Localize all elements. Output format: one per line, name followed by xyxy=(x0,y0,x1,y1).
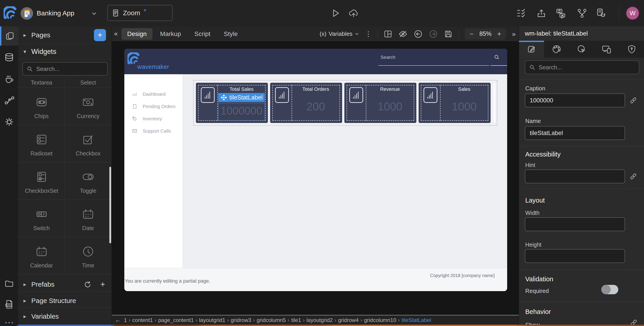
app-nav-inventory[interactable]: Inventory xyxy=(124,113,182,125)
pages-section-header[interactable]: ▸ Pages + xyxy=(18,26,112,44)
app-nav-dashboard[interactable]: Dashboard xyxy=(124,88,182,100)
breadcrumb-item[interactable]: gridcolumn5 xyxy=(255,317,288,323)
widget-cell-select[interactable]: Select xyxy=(65,78,111,88)
properties-search-input[interactable] xyxy=(538,64,622,71)
rail-more-icon[interactable] xyxy=(0,313,18,326)
widget-search[interactable] xyxy=(22,62,108,76)
breadcrumb-back-icon[interactable]: ← xyxy=(115,316,121,324)
add-prefab-icon[interactable]: + xyxy=(100,280,105,289)
panel-scrollbar[interactable] xyxy=(109,167,111,243)
rail-database-icon[interactable] xyxy=(0,48,18,67)
tab-properties-styles[interactable] xyxy=(544,41,569,58)
app-search-placeholder[interactable]: Search xyxy=(380,54,396,60)
checklist-button[interactable] xyxy=(516,8,526,18)
tab-properties-security[interactable] xyxy=(619,41,644,58)
breadcrumb-item[interactable]: content1 xyxy=(130,317,154,323)
layout-grid-icon[interactable] xyxy=(384,30,392,38)
expand-panel-icon[interactable]: » xyxy=(512,30,516,38)
properties-search[interactable] xyxy=(525,60,639,74)
app-search-icon[interactable] xyxy=(494,54,500,60)
app-nav-pending-orders[interactable]: Pending Orders xyxy=(124,100,182,112)
layoutgrid-selection[interactable]: Total Sales tileStatLabel 1000000 Total … xyxy=(193,80,497,126)
bind-show-link-icon[interactable] xyxy=(630,319,638,325)
breadcrumb-item[interactable]: layoutgrid2 xyxy=(304,317,334,323)
rail-java-services-icon[interactable] xyxy=(0,69,18,88)
bind-caption-link-icon[interactable] xyxy=(630,96,637,104)
tile-chart-icon[interactable] xyxy=(201,87,215,103)
app-nav-support-calls[interactable]: Support Calls xyxy=(124,125,182,137)
tab-markup[interactable]: Markup xyxy=(154,28,187,40)
export-deploy-button[interactable] xyxy=(536,8,546,18)
breadcrumb-item[interactable]: 1 xyxy=(122,317,128,323)
tile-chart-icon[interactable] xyxy=(275,87,289,103)
breadcrumb-item-selected[interactable]: tileStatLabel xyxy=(400,317,433,323)
preview-cloud-button[interactable] xyxy=(348,8,358,18)
caret-right-icon[interactable]: ▸ xyxy=(18,32,31,38)
widget-cell-textarea[interactable]: Textarea xyxy=(18,78,65,88)
height-input[interactable] xyxy=(525,249,625,263)
rail-logs-icon[interactable]: LOG xyxy=(0,295,18,314)
tab-script[interactable]: Script xyxy=(188,28,216,40)
breadcrumb-item[interactable]: gridcolumn10 xyxy=(362,317,398,323)
collapse-panel-icon[interactable]: « xyxy=(112,30,122,38)
name-input[interactable] xyxy=(525,126,625,140)
rail-apis-icon[interactable] xyxy=(0,91,18,110)
undo-icon[interactable] xyxy=(414,29,423,39)
tab-style[interactable]: Style xyxy=(218,28,244,40)
breadcrumb-item[interactable]: gridrow3 xyxy=(229,317,253,323)
tile-title[interactable]: Sales xyxy=(440,86,488,92)
tab-properties-devices[interactable] xyxy=(594,41,619,58)
widget-cell-currency[interactable]: Currency xyxy=(65,88,111,125)
caption-input[interactable] xyxy=(525,94,625,107)
tab-properties-events[interactable] xyxy=(569,41,594,58)
tile-title[interactable]: Total Orders xyxy=(292,86,340,92)
version-branch-button[interactable] xyxy=(577,8,587,18)
tile-value[interactable]: 1000 xyxy=(366,100,414,113)
rail-files-folder-icon[interactable] xyxy=(0,274,18,293)
tile-chart-icon[interactable] xyxy=(349,87,363,103)
variables-dropdown[interactable]: (x) Variables xyxy=(320,30,359,37)
breadcrumb-item[interactable]: gridrow4 xyxy=(336,317,360,323)
widget-search-input[interactable] xyxy=(36,65,97,73)
widget-cell-date[interactable]: Date xyxy=(65,200,111,237)
selected-label-bounds[interactable]: 1000000 xyxy=(218,103,265,121)
refresh-prefabs-icon[interactable] xyxy=(84,280,91,288)
tile-total-sales[interactable]: Total Sales tileStatLabel 1000000 xyxy=(196,83,268,123)
width-input[interactable] xyxy=(525,217,625,231)
widget-cell-toggle[interactable]: Toggle xyxy=(65,162,111,200)
caret-down-icon[interactable]: ▾ xyxy=(18,48,31,55)
selected-widget-tag[interactable]: tileStatLabel xyxy=(218,93,265,102)
widget-cell-checkboxset[interactable]: CheckboxSet xyxy=(18,162,65,200)
rail-settings-gear-icon[interactable] xyxy=(0,112,18,132)
zoom-out-button[interactable]: − xyxy=(470,30,474,38)
tile-title[interactable]: Revenue xyxy=(366,86,414,92)
user-avatar[interactable]: W xyxy=(626,6,640,20)
preview-off-eye-icon[interactable] xyxy=(398,29,408,39)
tab-design[interactable]: Design xyxy=(122,28,152,40)
widget-cell-checkbox[interactable]: Checkbox xyxy=(65,125,111,162)
caret-right-icon[interactable]: ▸ xyxy=(18,313,31,320)
widget-cell-chips[interactable]: Chips xyxy=(18,88,65,125)
zoom-in-button[interactable]: + xyxy=(497,30,501,38)
tile-title[interactable]: Total Sales xyxy=(218,86,265,92)
breadcrumb-item[interactable]: layoutgrid1 xyxy=(197,317,227,323)
required-toggle[interactable] xyxy=(601,285,618,294)
project-chevron-down-icon[interactable] xyxy=(91,11,97,16)
widget-cell-calendar[interactable]: Calendar xyxy=(18,237,65,274)
caret-right-icon[interactable]: ▸ xyxy=(18,298,31,304)
open-page-tab[interactable]: Zoom * xyxy=(107,5,173,21)
hint-input[interactable] xyxy=(525,170,625,183)
caret-right-icon[interactable]: ▸ xyxy=(18,281,31,288)
tile-value[interactable]: 1000 xyxy=(440,100,488,113)
run-app-button[interactable] xyxy=(330,8,341,18)
breadcrumb-item[interactable]: tile1 xyxy=(289,317,303,323)
app-banner[interactable]: wavemaker Search xyxy=(124,49,507,74)
variables-section-header[interactable]: ▸ Variables xyxy=(18,310,112,323)
page-structure-section-header[interactable]: ▸ Page Structure xyxy=(18,294,112,308)
widget-cell-time[interactable]: Time xyxy=(65,237,111,274)
tile-revenue[interactable]: Revenue 1000 xyxy=(344,83,416,123)
save-icon[interactable] xyxy=(444,30,453,38)
tile-value[interactable]: 1000000 xyxy=(219,105,264,117)
translate-button[interactable] xyxy=(556,8,566,18)
tile-total-orders[interactable]: Total Orders 200 xyxy=(270,83,342,123)
